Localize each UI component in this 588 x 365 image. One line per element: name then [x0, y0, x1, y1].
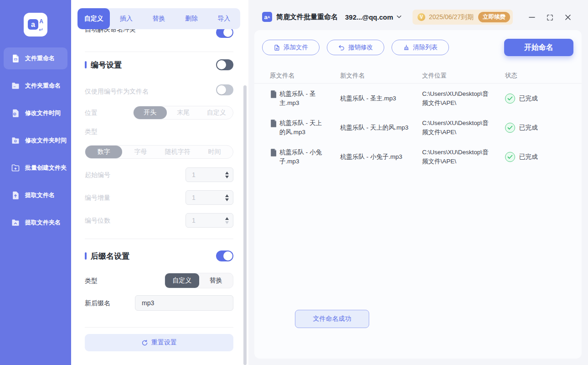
- minimize-button[interactable]: [527, 12, 537, 22]
- sidebar: a A ↵ 文件重命名 文件夹重命名 修改文件时间 修改文件夹时间: [0, 0, 71, 365]
- position-option-custom[interactable]: 自定义: [200, 106, 233, 119]
- sidebar-item-batch-create-folder[interactable]: 批量创建文件夹: [4, 157, 67, 179]
- sidebar-item-file-rename[interactable]: 文件重命名: [4, 47, 67, 69]
- vip-icon: V: [418, 13, 425, 21]
- start-number-stepper[interactable]: 1: [186, 167, 233, 182]
- table-row[interactable]: 杭盖乐队 - 小兔子.mp3 杭盖乐队 - 小兔子.mp3 C:\Users\X…: [254, 142, 582, 172]
- tab-replace[interactable]: 替换: [143, 8, 175, 29]
- position-option-start[interactable]: 开头: [134, 106, 167, 119]
- tab-delete[interactable]: 删除: [175, 8, 207, 29]
- stepper-arrows[interactable]: [225, 172, 229, 178]
- start-rename-button[interactable]: 开始命名: [504, 39, 573, 56]
- folder-export-icon: [10, 218, 21, 228]
- suffix-type-label: 类型: [85, 273, 98, 288]
- new-name: 杭盖乐队 - 小兔子.mp3: [340, 152, 409, 162]
- status-label: 已完成: [519, 123, 538, 132]
- type-option-letter[interactable]: 字母: [122, 146, 159, 158]
- sidebar-item-label: 提取文件夹名: [25, 219, 61, 227]
- divider: [85, 327, 233, 328]
- reset-settings-button[interactable]: 重置设置: [85, 334, 233, 351]
- digits-stepper[interactable]: 1: [186, 213, 233, 228]
- numbering-section-header: 编号设置: [85, 59, 122, 70]
- tab-import[interactable]: 导入: [208, 8, 240, 29]
- license-expiry: 2025/06/27到期: [429, 13, 478, 21]
- logo-a-icon: a: [28, 19, 38, 30]
- increment-label: 编号增量: [85, 190, 110, 205]
- close-button[interactable]: [563, 12, 573, 22]
- table-row[interactable]: 杭盖乐队 - 圣主.mp3 杭盖乐队 - 圣主.mp3 C:\Users\XU\…: [254, 84, 582, 113]
- original-name: 杭盖乐队 - 天上的风.mp3: [279, 119, 325, 137]
- app-title: 简鹿文件批量重命名: [276, 13, 338, 21]
- new-name: 杭盖乐队 - 天上的风.mp3: [340, 123, 409, 132]
- settings-scroll-area: 自动解决命名冲突 编号设置 仅使用编号作为文件名 位置 开头 末尾 自定义 类型…: [71, 29, 248, 365]
- suffix-section-header: 后缀名设置: [85, 250, 129, 261]
- table-row[interactable]: 杭盖乐队 - 天上的风.mp3 杭盖乐队 - 天上的风.mp3 C:\Users…: [254, 113, 582, 142]
- arrow-down-icon[interactable]: [225, 221, 229, 224]
- add-file-icon: [273, 44, 280, 51]
- tab-insert[interactable]: 插入: [110, 8, 142, 29]
- file-path: C:\Users\XU\Desktop\音频文件\APE\: [422, 148, 491, 166]
- renew-button[interactable]: 立即续费: [478, 12, 510, 22]
- suffix-option-custom[interactable]: 自定义: [165, 273, 199, 288]
- stepper-arrows[interactable]: [225, 194, 229, 201]
- clear-list-button[interactable]: 清除列表: [392, 40, 449, 55]
- position-option-end[interactable]: 末尾: [167, 106, 200, 119]
- arrow-up-icon[interactable]: [225, 217, 229, 220]
- app-window: { "app": { "window_title": "简鹿文件批量重命名", …: [0, 0, 588, 365]
- file-path: C:\Users\XU\Desktop\音频文件\APE\: [422, 89, 491, 108]
- add-files-button[interactable]: 添加文件: [262, 40, 320, 55]
- numbering-toggle[interactable]: [216, 59, 233, 70]
- type-option-time[interactable]: 时间: [196, 146, 233, 158]
- file-clock-icon: [10, 108, 21, 118]
- type-option-number[interactable]: 数字: [85, 146, 122, 158]
- suffix-option-replace[interactable]: 替换: [199, 273, 233, 288]
- sidebar-item-change-file-time[interactable]: 修改文件时间: [4, 102, 67, 124]
- stepper-arrows[interactable]: [225, 217, 229, 224]
- folder-plus-icon: [10, 163, 21, 173]
- only-number-toggle[interactable]: [216, 84, 233, 95]
- position-segmented: 开头 末尾 自定义: [133, 106, 233, 120]
- sidebar-item-folder-rename[interactable]: 文件夹重命名: [4, 75, 67, 97]
- arrow-up-icon[interactable]: [225, 172, 229, 174]
- settings-scrollbar[interactable]: [243, 85, 247, 365]
- sidebar-item-extract-file-name[interactable]: 提取文件名: [4, 184, 67, 206]
- arrow-down-icon[interactable]: [225, 198, 229, 201]
- app-mini-icon: aA: [262, 12, 272, 22]
- tab-custom[interactable]: 自定义: [77, 8, 110, 29]
- status-label: 已完成: [519, 152, 538, 162]
- arrow-down-icon[interactable]: [225, 176, 229, 178]
- conflict-option-toggle[interactable]: [216, 29, 233, 38]
- file-export-icon: [10, 190, 21, 200]
- file-icon: [270, 148, 278, 157]
- file-list-card: 添加文件 撤销修改 清除列表 开始命名 原文件名 新文件名 文件位置 状态 杭盖…: [254, 30, 582, 359]
- position-label: 位置: [85, 106, 98, 120]
- start-number-label: 起始编号: [85, 167, 110, 182]
- sidebar-item-change-folder-time[interactable]: 修改文件夹时间: [4, 130, 67, 151]
- app-logo: a A ↵: [24, 13, 47, 36]
- col-status: 状态: [505, 72, 566, 80]
- col-original-name: 原文件名: [270, 72, 340, 80]
- sidebar-item-extract-folder-name[interactable]: 提取文件夹名: [4, 212, 67, 234]
- arrow-up-icon[interactable]: [225, 194, 229, 197]
- undo-icon: [338, 44, 345, 51]
- refresh-icon: [141, 339, 148, 346]
- original-name: 杭盖乐队 - 圣主.mp3: [279, 89, 325, 108]
- success-toast: 文件命名成功: [295, 310, 369, 328]
- increment-stepper[interactable]: 1: [186, 190, 233, 205]
- file-rename-icon: [10, 53, 21, 63]
- file-icon: [270, 89, 278, 99]
- new-suffix-input[interactable]: mp3: [135, 295, 233, 311]
- sidebar-item-label: 修改文件时间: [25, 109, 61, 117]
- license-badge: V 2025/06/27到期 立即续费: [413, 10, 513, 25]
- section-accent-bar: [85, 252, 87, 260]
- status-label: 已完成: [519, 94, 538, 103]
- maximize-button[interactable]: [545, 12, 555, 22]
- folder-clock-icon: [10, 136, 21, 146]
- original-name: 杭盖乐队 - 小兔子.mp3: [279, 148, 325, 166]
- suffix-toggle[interactable]: [216, 250, 233, 261]
- file-path: C:\Users\XU\Desktop\音频文件\APE\: [422, 119, 491, 137]
- undo-changes-button[interactable]: 撤销修改: [327, 40, 384, 55]
- sidebar-nav: 文件重命名 文件夹重命名 修改文件时间 修改文件夹时间 批量创建文件夹: [4, 47, 67, 239]
- account-dropdown[interactable]: 392...@qq.com: [345, 12, 402, 22]
- type-option-random[interactable]: 随机字符: [159, 146, 196, 158]
